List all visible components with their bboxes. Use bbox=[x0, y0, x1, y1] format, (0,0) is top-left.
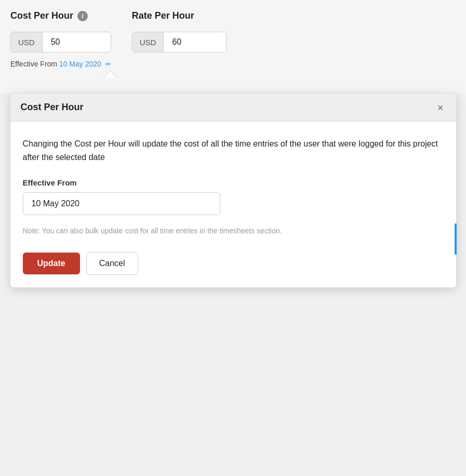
popup-title: Cost Per Hour bbox=[21, 102, 84, 113]
cost-input-wrapper: USD 50 bbox=[10, 32, 111, 52]
rate-input-wrapper: USD 60 bbox=[132, 32, 227, 52]
info-icon[interactable]: i bbox=[77, 11, 88, 21]
cost-per-hour-group: Cost Per Hour i USD 50 Effective From 10… bbox=[10, 10, 111, 68]
update-button[interactable]: Update bbox=[23, 253, 80, 274]
effective-from-line: Effective From 10 May 2020 ✏ bbox=[10, 60, 111, 68]
rate-currency-label: USD bbox=[132, 32, 164, 52]
rate-label-text: Rate Per Hour bbox=[132, 10, 194, 21]
popup-date-input[interactable] bbox=[23, 192, 220, 215]
popup-arrow bbox=[104, 70, 116, 77]
popup-description: Changing the Cost per Hour will update t… bbox=[23, 137, 444, 164]
rate-value[interactable]: 60 bbox=[164, 32, 226, 52]
popup-body: Changing the Cost per Hour will update t… bbox=[10, 122, 456, 287]
cancel-button[interactable]: Cancel bbox=[86, 252, 138, 275]
cost-per-hour-label: Cost Per Hour i bbox=[10, 10, 111, 21]
rate-per-hour-group: Rate Per Hour USD 60 bbox=[132, 10, 227, 52]
popup-effective-from-label: Effective From bbox=[23, 178, 444, 187]
rate-per-hour-label: Rate Per Hour bbox=[132, 10, 227, 21]
fields-row: Cost Per Hour i USD 50 Effective From 10… bbox=[10, 10, 456, 68]
effective-from-text: Effective From bbox=[10, 60, 57, 68]
popup-container: Cost Per Hour × Changing the Cost per Ho… bbox=[10, 93, 457, 288]
popup-header: Cost Per Hour × bbox=[10, 94, 456, 122]
cost-label-text: Cost Per Hour bbox=[10, 10, 73, 21]
blue-bar bbox=[455, 223, 457, 255]
popup-close-button[interactable]: × bbox=[435, 102, 446, 113]
background-section: Cost Per Hour i USD 50 Effective From 10… bbox=[0, 0, 466, 93]
popup-actions: Update Cancel bbox=[23, 252, 444, 275]
cost-value[interactable]: 50 bbox=[43, 32, 105, 52]
popup-note: Note: You can also bulk update cost for … bbox=[23, 226, 444, 236]
cost-currency-label: USD bbox=[11, 32, 43, 52]
edit-icon[interactable]: ✏ bbox=[105, 60, 111, 68]
effective-from-date[interactable]: 10 May 2020 bbox=[59, 60, 101, 68]
